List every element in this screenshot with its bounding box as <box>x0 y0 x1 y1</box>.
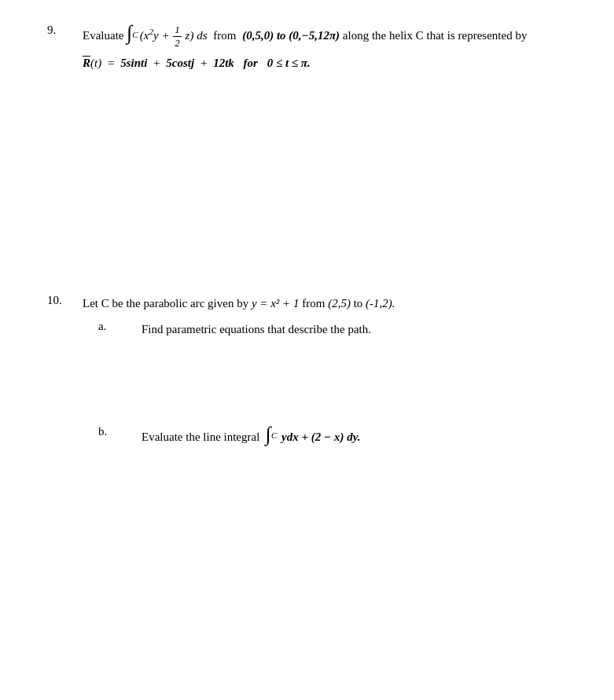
point2-10: (-1,2). <box>366 294 395 314</box>
problem-10: 10. Let C be the parabolic arc given by … <box>47 294 575 448</box>
sub-label-a: a. <box>98 320 142 340</box>
point1-9: (0,5,0) <box>242 26 274 46</box>
sub-problem-a: a. Find parametric equations that descri… <box>98 320 575 340</box>
problem-9-number: 9. <box>47 24 83 74</box>
bounds-9: 0 ≤ t ≤ π. <box>267 57 311 69</box>
for-label-9: for <box>244 57 258 69</box>
equation-10: y = x² + 1 <box>252 294 300 314</box>
sub-content-a: Find parametric equations that describe … <box>142 320 575 340</box>
point2-9: (0,−5,12π) <box>289 26 340 46</box>
integral-symbol-9: ∫C <box>127 24 138 42</box>
along-label-9: along the helix C that is represented by <box>343 26 528 46</box>
sub-a-text: Find parametric equations that describe … <box>142 323 371 335</box>
term1-9: 5sinti <box>120 57 147 69</box>
to-label-9: to <box>277 26 286 46</box>
problem-9-content: Evaluate ∫C (x2y + 1 2 z) ds from (0,5,0… <box>83 24 575 74</box>
sub-label-b: b. <box>98 425 142 448</box>
problem-10-number: 10. <box>47 294 83 448</box>
problem-10-statement: Let C be the parabolic arc given by y = … <box>83 294 575 314</box>
plus2-9: + <box>200 57 207 69</box>
point1-10: (2,5) <box>328 294 351 314</box>
spacer-2 <box>83 340 575 419</box>
r-arg: (t) <box>90 57 101 69</box>
problem-10-content: Let C be the parabolic arc given by y = … <box>83 294 575 448</box>
from-label-9: from <box>213 26 236 46</box>
sub-content-b: Evaluate the line integral ∫C ydx + (2 −… <box>142 425 575 448</box>
from-label-10: from <box>302 294 325 314</box>
let-c-text: Let C be the parabolic arc given by <box>83 294 248 314</box>
integral-symbol-b: ∫C <box>266 425 277 443</box>
equals-9: = <box>108 57 114 69</box>
to-label-10: to <box>354 294 363 314</box>
term3-9: 12tk <box>213 57 234 69</box>
problem-9-line1: Evaluate ∫C (x2y + 1 2 z) ds from (0,5,0… <box>83 24 575 49</box>
evaluate-label: Evaluate <box>83 26 123 46</box>
integrand-b: ydx + (2 − x) dy. <box>281 431 360 443</box>
sub-problem-b: b. Evaluate the line integral ∫C ydx + (… <box>98 425 575 448</box>
problem-9-line2: R(t) = 5sinti + 5costj + 12tk for 0 ≤ t … <box>83 53 575 74</box>
problem-9: 9. Evaluate ∫C (x2y + 1 2 z) ds from (0,… <box>47 24 575 74</box>
term2-9: 5costj <box>166 57 194 69</box>
spacer-1 <box>47 90 575 294</box>
plus1-9: + <box>153 57 160 69</box>
integrand-9: (x2y + 1 2 z) ds <box>140 24 208 49</box>
sub-b-intro: Evaluate the line integral <box>142 431 259 443</box>
vector-r-symbol: R <box>83 57 90 69</box>
